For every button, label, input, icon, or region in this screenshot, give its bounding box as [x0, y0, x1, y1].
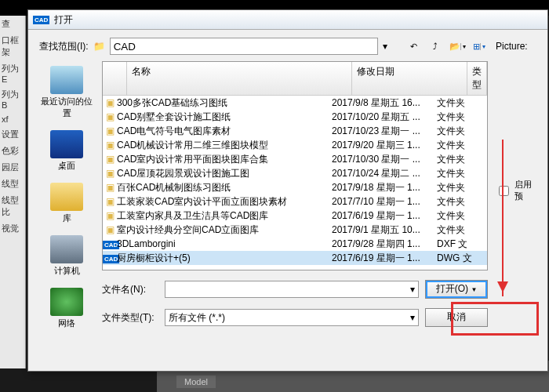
- place-icon: [50, 183, 83, 211]
- place-icon: [50, 235, 83, 263]
- table-row[interactable]: ▣CAD别墅全套设计施工图纸2017/10/20 星期五 ...文件夹: [103, 110, 487, 124]
- place-icon: [50, 288, 83, 316]
- place-库[interactable]: 库: [39, 183, 94, 224]
- table-row[interactable]: ▣300多张CAD基础练习图纸2017/9/8 星期五 16...文件夹: [103, 96, 487, 110]
- folder-icon: ▣: [103, 125, 117, 136]
- place-icon: [50, 130, 83, 158]
- lookin-combo[interactable]: [110, 38, 378, 55]
- folder-icon: ▣: [103, 210, 117, 221]
- table-row[interactable]: CAD厨房橱柜设计+(5)2017/6/19 星期一 1...DWG 文: [103, 251, 487, 265]
- place-最近访问的位置[interactable]: 最近访问的位置: [39, 66, 94, 119]
- folder-icon: ▣: [103, 168, 117, 179]
- table-row[interactable]: ▣百张CAD机械制图练习图纸2017/9/18 星期一 1...文件夹: [103, 180, 487, 194]
- folder-icon: ▣: [103, 140, 117, 151]
- app-left-panel: 查口框架列为E列为Bxf设置色彩园层线型线型比视觉: [0, 16, 26, 368]
- filename-label: 文件名(N):: [102, 283, 158, 296]
- column-headers[interactable]: 名称 修改日期 类型: [103, 62, 487, 96]
- places-bar: 最近访问的位置桌面库计算机网络: [39, 61, 94, 340]
- col-date: 修改日期: [352, 62, 467, 95]
- enable-preview-checkbox[interactable]: [499, 186, 509, 196]
- cancel-button[interactable]: 取消: [425, 308, 488, 327]
- place-计算机[interactable]: 计算机: [39, 235, 94, 277]
- table-row[interactable]: ▣室内设计经典分空间CAD立面图库2017/9/1 星期五 10...文件夹: [103, 223, 487, 237]
- table-row[interactable]: ▣CAD电气符号电气图库素材2017/10/23 星期一 ...文件夹: [103, 124, 487, 138]
- cad-icon: CAD: [33, 16, 49, 24]
- table-row[interactable]: ▣工装室内家具及卫生洁具等CAD图库2017/6/19 星期一 1...文件夹: [103, 209, 487, 223]
- cad-file-icon: CAD: [103, 252, 117, 263]
- folder-icon: ▣: [103, 154, 117, 165]
- open-button[interactable]: 打开(O) ▼: [425, 280, 488, 299]
- col-type: 类型: [467, 62, 487, 95]
- table-row[interactable]: ▣CAD机械设计常用二维三维图块模型2017/9/20 星期三 1...文件夹: [103, 138, 487, 152]
- annotation-arrow: [502, 140, 504, 296]
- dialog-title: 打开: [54, 13, 73, 27]
- place-网络[interactable]: 网络: [39, 288, 94, 329]
- filetype-combo[interactable]: 所有文件 (*.*)▾: [165, 309, 419, 326]
- new-folder-button[interactable]: 📂▾: [449, 38, 466, 55]
- cad-file-icon: CAD: [103, 238, 117, 249]
- table-row[interactable]: CAD3DLamborgini2017/9/28 星期四 1...DXF 文: [103, 237, 487, 251]
- table-row[interactable]: ▣工装家装CAD室内设计平面立面图块素材2017/7/10 星期一 1...文件…: [103, 194, 487, 209]
- views-button[interactable]: ⊞▾: [471, 38, 488, 55]
- folder-icon: ▣: [103, 182, 117, 193]
- back-button[interactable]: ↶: [405, 38, 422, 55]
- col-name: 名称: [127, 62, 352, 95]
- filetype-label: 文件类型(T):: [102, 311, 158, 325]
- titlebar: CAD 打开: [28, 10, 547, 30]
- model-tab[interactable]: Model: [176, 376, 216, 388]
- open-dialog: CAD 打开 查找范围(I): 📁 ▾ ↶ ⤴ 📂▾ ⊞▾ 最近访问的位置桌面库…: [27, 9, 548, 372]
- file-list[interactable]: 名称 修改日期 类型 ▣300多张CAD基础练习图纸2017/9/8 星期五 1…: [102, 61, 488, 270]
- folder-icon: 📁: [93, 41, 105, 52]
- dropdown-icon[interactable]: ▾: [383, 41, 387, 52]
- table-row[interactable]: ▣CAD屋顶花园景观设计图施工图2017/10/24 星期二 ...文件夹: [103, 166, 487, 180]
- folder-icon: ▣: [103, 196, 117, 207]
- folder-icon: ▣: [103, 97, 117, 108]
- picture-label: Picture:: [496, 41, 536, 52]
- place-icon: [50, 66, 83, 94]
- folder-icon: ▣: [103, 111, 117, 122]
- up-button[interactable]: ⤴: [427, 38, 444, 55]
- folder-icon: ▣: [103, 224, 117, 235]
- filename-input[interactable]: ▾: [165, 281, 419, 298]
- lookin-label: 查找范围(I):: [39, 40, 89, 53]
- enable-preview-label: 启用预: [514, 179, 536, 202]
- place-桌面[interactable]: 桌面: [39, 130, 94, 172]
- table-row[interactable]: ▣CAD室内设计常用平面图块图库合集2017/10/30 星期一 ...文件夹: [103, 152, 487, 166]
